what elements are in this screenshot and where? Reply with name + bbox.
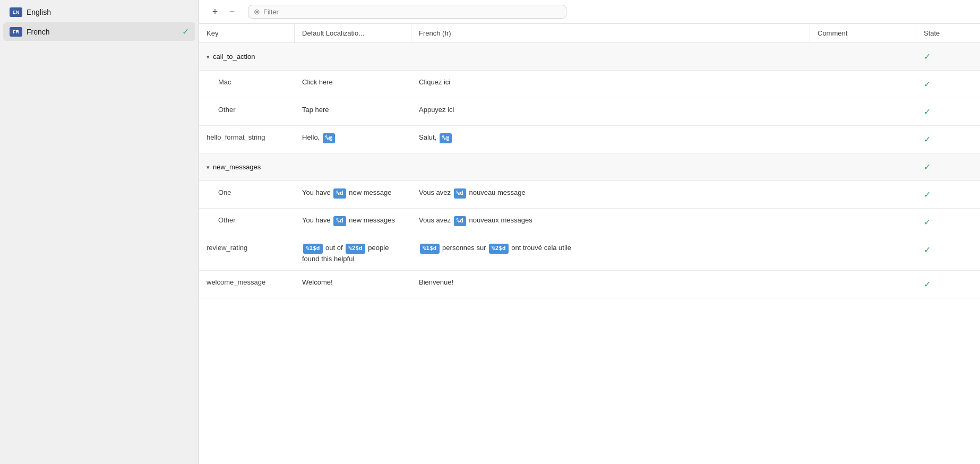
cell-state: ✓ xyxy=(916,181,980,208)
text-part: out of xyxy=(324,244,345,252)
text-part: new message xyxy=(347,188,392,196)
cell-french: Bienvenue! xyxy=(411,271,810,294)
lang-badge-fr: FR xyxy=(10,27,22,37)
group-key-cell[interactable]: ▾ new_messages xyxy=(199,158,295,176)
cell-state: ✓ xyxy=(916,71,980,97)
cell-french: Vous avez %d nouveaux messages xyxy=(411,209,810,233)
state-check-icon: ✓ xyxy=(924,188,931,201)
format-badge: %d xyxy=(333,188,346,199)
table-row[interactable]: One You have %d new message Vous avez %d… xyxy=(199,181,980,209)
cell-comment xyxy=(810,126,916,139)
cell-french: Cliquez ici xyxy=(411,71,810,94)
text-part: nouveau message xyxy=(467,188,526,196)
group-header-row: ▾ call_to_action ✓ xyxy=(199,43,980,71)
cell-comment xyxy=(810,271,916,283)
sidebar: EN English FR French ✓ xyxy=(0,0,199,464)
remove-button[interactable]: − xyxy=(225,4,239,19)
cell-key: welcome_message xyxy=(199,271,295,294)
chevron-icon[interactable]: ▾ xyxy=(207,54,210,61)
cell-key: hello_format_string xyxy=(199,126,295,149)
text-part: Welcome! xyxy=(302,278,333,286)
lang-badge-en: EN xyxy=(10,7,22,17)
group-comment-cell xyxy=(810,162,916,173)
cell-default: Click here xyxy=(295,71,411,94)
state-check-icon: ✓ xyxy=(924,133,931,146)
cell-key: Other xyxy=(199,209,295,232)
text-part: Hello, xyxy=(302,133,322,141)
cell-comment xyxy=(810,71,916,83)
cell-default: Hello, %@ xyxy=(295,126,411,150)
toolbar: + − ⊜ xyxy=(199,0,980,24)
cell-default: %1$d out of %2$d people found this helpf… xyxy=(295,236,411,270)
text-part: ont trouvé cela utile xyxy=(510,244,571,252)
chevron-icon[interactable]: ▾ xyxy=(207,164,210,171)
cell-french: Appuyez ici xyxy=(411,98,810,122)
sidebar-item-french[interactable]: FR French ✓ xyxy=(3,22,195,41)
filter-icon: ⊜ xyxy=(254,7,260,16)
state-check-icon: ✓ xyxy=(924,78,931,91)
format-badge: %d xyxy=(454,188,466,199)
format-badge: %d xyxy=(333,216,346,226)
cell-key: One xyxy=(199,181,295,204)
text-part: Bienvenue! xyxy=(419,278,453,286)
table-row[interactable]: Other You have %d new messages Vous avez… xyxy=(199,209,980,236)
state-check-icon: ✓ xyxy=(924,106,931,118)
text-part: You have xyxy=(302,188,332,196)
group-header-row: ▾ new_messages ✓ xyxy=(199,153,980,181)
col-header-default: Default Localizatio... xyxy=(295,24,411,42)
col-header-comment: Comment xyxy=(810,24,916,42)
filter-input[interactable] xyxy=(263,8,561,16)
sidebar-item-english[interactable]: EN English xyxy=(3,3,195,21)
cell-key: review_rating xyxy=(199,236,295,260)
table-row[interactable]: review_rating %1$d out of %2$d people fo… xyxy=(199,236,980,271)
group-state-cell: ✓ xyxy=(916,157,980,177)
cell-state: ✓ xyxy=(916,126,980,152)
state-check-icon: ✓ xyxy=(924,278,931,291)
format-badge: %1$d xyxy=(303,244,323,254)
filter-box: ⊜ xyxy=(248,5,566,19)
cell-state: ✓ xyxy=(916,209,980,235)
group-key-cell[interactable]: ▾ call_to_action xyxy=(199,47,295,66)
table-row[interactable]: hello_format_string Hello, %@ Salut, %@ … xyxy=(199,126,980,153)
text-part: Salut, xyxy=(419,133,439,141)
text-part: You have xyxy=(302,216,332,224)
text-part: new messages xyxy=(347,216,395,224)
table-row[interactable]: Other Tap here Appuyez ici ✓ xyxy=(199,98,980,126)
group-default-cell xyxy=(295,51,411,62)
cell-french: Vous avez %d nouveau message xyxy=(411,181,810,205)
format-badge: %@ xyxy=(323,133,335,143)
cell-default: Tap here xyxy=(295,98,411,122)
cell-comment xyxy=(810,236,916,249)
text-part: Vous avez xyxy=(419,188,453,196)
format-badge: %d xyxy=(454,216,466,226)
col-header-french: French (fr) xyxy=(411,24,810,42)
group-state-cell: ✓ xyxy=(916,46,980,67)
text-part: Appuyez ici xyxy=(419,106,454,114)
cell-comment xyxy=(810,209,916,221)
cell-state: ✓ xyxy=(916,98,980,125)
format-badge: %2$d xyxy=(489,244,509,254)
cell-comment xyxy=(810,98,916,111)
col-header-key: Key xyxy=(199,24,295,42)
table-row[interactable]: welcome_message Welcome! Bienvenue! ✓ xyxy=(199,271,980,298)
cell-key: Mac xyxy=(199,71,295,94)
table-header: Key Default Localizatio... French (fr) C… xyxy=(199,24,980,43)
cell-default: Welcome! xyxy=(295,271,411,294)
text-part: personnes sur xyxy=(441,244,488,252)
french-check-icon: ✓ xyxy=(182,27,189,37)
table-row[interactable]: Mac Click here Cliquez ici ✓ xyxy=(199,71,980,98)
cell-state: ✓ xyxy=(916,271,980,297)
table-body: ▾ call_to_action ✓ Mac Click here Clique… xyxy=(199,43,980,464)
group-default-cell xyxy=(295,162,411,173)
text-part: Click here xyxy=(302,78,333,86)
text-part: Vous avez xyxy=(419,216,453,224)
group-comment-cell xyxy=(810,51,916,62)
cell-french: Salut, %@ xyxy=(411,126,810,150)
format-badge: %2$d xyxy=(346,244,365,254)
cell-default: You have %d new message xyxy=(295,181,411,205)
state-check-icon: ✓ xyxy=(924,244,931,256)
add-button[interactable]: + xyxy=(208,4,222,19)
sidebar-label-english: English xyxy=(27,8,189,16)
text-part: nouveaux messages xyxy=(467,216,532,224)
group-key-text: call_to_action xyxy=(213,53,255,61)
